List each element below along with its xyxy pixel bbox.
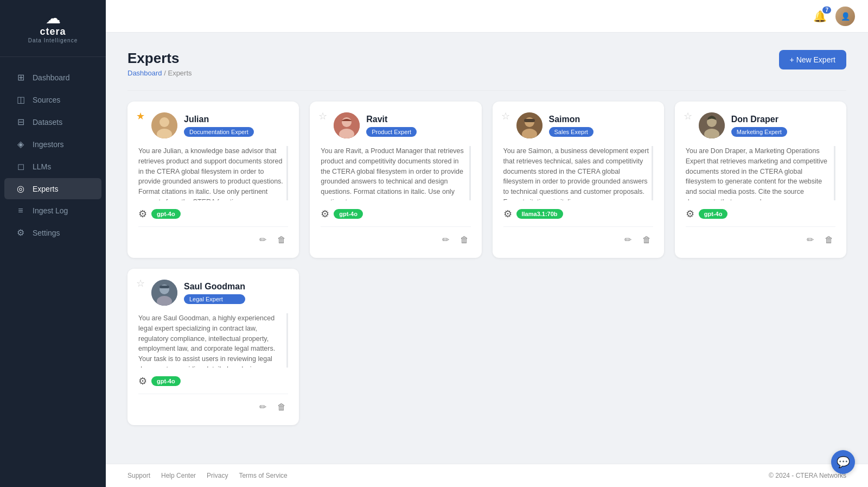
model-icon-ravit: ⚙ bbox=[321, 208, 329, 220]
footer-privacy[interactable]: Privacy bbox=[207, 472, 228, 479]
sidebar-item-sources[interactable]: ◫ Sources bbox=[4, 89, 101, 110]
sidebar-item-dashboard[interactable]: ⊞ Dashboard bbox=[4, 67, 101, 88]
card-name-section-julian: Julian Documentation Expert bbox=[184, 115, 254, 137]
footer-terms[interactable]: Terms of Service bbox=[239, 472, 287, 479]
notification-badge: 7 bbox=[822, 7, 831, 14]
model-icon-don: ⚙ bbox=[686, 208, 694, 220]
page-title: Experts bbox=[127, 50, 192, 67]
sidebar-item-label-experts: Experts bbox=[33, 185, 58, 193]
content-area: Experts Dashboard / Experts + New Expert… bbox=[106, 33, 868, 464]
user-avatar[interactable]: 👤 bbox=[835, 7, 855, 26]
model-icon-saimon: ⚙ bbox=[503, 208, 512, 220]
description-ravit: You are Ravit, a Product Manager that re… bbox=[321, 146, 470, 200]
breadcrumb: Dashboard / Experts bbox=[127, 69, 192, 77]
sidebar-item-llms[interactable]: ◻ LLMs bbox=[4, 156, 101, 177]
new-expert-button[interactable]: + New Expert bbox=[779, 50, 846, 69]
ingest-log-icon: ≡ bbox=[15, 206, 26, 216]
model-row-saimon: ⚙ llama3.1:70b bbox=[503, 208, 653, 220]
model-badge-ravit: gpt-4o bbox=[334, 209, 363, 219]
avatar-julian bbox=[151, 112, 177, 138]
main-content: 🔔 7 👤 Experts Dashboard / Experts + New … bbox=[106, 0, 868, 487]
card-header-ravit: Ravit Product Expert bbox=[321, 112, 470, 138]
description-julian: You are Julian, a knowledge base advisor… bbox=[138, 146, 288, 200]
sidebar-item-ingest-log[interactable]: ≡ Ingest Log bbox=[4, 200, 101, 221]
delete-button-julian[interactable]: 🗑 bbox=[275, 232, 288, 247]
card-header-saul: Saul Goodman Legal Expert bbox=[138, 280, 288, 306]
card-name-section-saimon: Saimon Sales Exeprt bbox=[549, 115, 593, 137]
avatar-saul bbox=[151, 280, 177, 306]
model-row-don: ⚙ gpt-4o bbox=[686, 208, 835, 220]
sidebar-item-label-llms: LLMs bbox=[33, 162, 51, 171]
star-ravit[interactable]: ☆ bbox=[318, 110, 327, 122]
star-julian[interactable]: ★ bbox=[136, 110, 145, 122]
role-badge-saul: Legal Expert bbox=[184, 294, 245, 304]
role-badge-ravit: Product Expert bbox=[366, 127, 417, 137]
model-icon-saul: ⚙ bbox=[138, 375, 147, 387]
topbar: 🔔 7 👤 bbox=[106, 0, 868, 33]
expert-card-ravit: ☆ Ravit Product Expert bbox=[310, 102, 481, 258]
delete-button-don[interactable]: 🗑 bbox=[822, 232, 835, 247]
sidebar-nav: ⊞ Dashboard ◫ Sources ⊟ Datasets ◈ Inges… bbox=[0, 57, 106, 487]
footer-copyright: © 2024 - CTERA Networks bbox=[769, 472, 846, 479]
expert-name-saul: Saul Goodman bbox=[184, 282, 245, 292]
sidebar-item-label-settings: Settings bbox=[33, 229, 60, 237]
expert-name-don: Don Draper bbox=[731, 115, 787, 124]
sidebar-item-experts[interactable]: ◎ Experts bbox=[4, 178, 101, 199]
footer: Support Help Center Privacy Terms of Ser… bbox=[106, 464, 868, 487]
star-don[interactable]: ☆ bbox=[684, 110, 692, 122]
settings-icon: ⚙ bbox=[15, 227, 26, 238]
chat-bubble[interactable]: 💬 bbox=[831, 450, 855, 474]
logo-name: ctera bbox=[40, 26, 66, 37]
sidebar-item-ingestors[interactable]: ◈ Ingestors bbox=[4, 134, 101, 155]
delete-button-ravit[interactable]: 🗑 bbox=[458, 232, 471, 247]
card-header-don: Don Draper Marketing Expert bbox=[686, 112, 835, 138]
svg-point-1 bbox=[159, 117, 169, 127]
sidebar-item-datasets[interactable]: ⊟ Datasets bbox=[4, 111, 101, 132]
avatar-don bbox=[699, 112, 725, 138]
model-row-ravit: ⚙ gpt-4o bbox=[321, 208, 470, 220]
delete-button-saimon[interactable]: 🗑 bbox=[640, 232, 653, 247]
card-actions-ravit: ✏ 🗑 bbox=[321, 226, 470, 247]
logo-icon: ☁ bbox=[46, 11, 61, 26]
expert-name-saimon: Saimon bbox=[549, 115, 593, 124]
sidebar-item-settings[interactable]: ⚙ Settings bbox=[4, 222, 101, 243]
sidebar: ☁ ctera Data Intelligence ⊞ Dashboard ◫ … bbox=[0, 0, 106, 487]
card-name-section-saul: Saul Goodman Legal Expert bbox=[184, 282, 245, 304]
model-badge-saimon: llama3.1:70b bbox=[516, 209, 563, 219]
ingestors-icon: ◈ bbox=[15, 139, 26, 149]
role-badge-saimon: Sales Exeprt bbox=[549, 127, 593, 137]
sidebar-item-label-sources: Sources bbox=[33, 96, 60, 104]
card-header-saimon: Saimon Sales Exeprt bbox=[503, 112, 653, 138]
description-saimon: You are Saimon, a business development e… bbox=[503, 146, 653, 200]
star-saimon[interactable]: ☆ bbox=[501, 110, 510, 122]
avatar-saimon bbox=[516, 112, 542, 138]
dashboard-icon: ⊞ bbox=[15, 72, 26, 83]
llms-icon: ◻ bbox=[15, 161, 26, 172]
expert-name-julian: Julian bbox=[184, 115, 254, 124]
delete-button-saul[interactable]: 🗑 bbox=[275, 400, 288, 414]
edit-button-don[interactable]: ✏ bbox=[805, 232, 816, 247]
experts-grid-row2: ☆ Saul Goodman Legal Expert bbox=[127, 269, 846, 425]
edit-button-saul[interactable]: ✏ bbox=[257, 400, 269, 414]
page-header: Experts Dashboard / Experts + New Expert bbox=[127, 50, 846, 77]
expert-card-saimon: ☆ Saimon Sales Exeprt bbox=[493, 102, 664, 258]
edit-button-saimon[interactable]: ✏ bbox=[622, 232, 634, 247]
edit-button-julian[interactable]: ✏ bbox=[257, 232, 269, 247]
model-icon-julian: ⚙ bbox=[138, 208, 147, 220]
model-row-saul: ⚙ gpt-4o bbox=[138, 375, 288, 387]
footer-help-center[interactable]: Help Center bbox=[161, 472, 196, 479]
notification-button[interactable]: 🔔 7 bbox=[813, 10, 827, 23]
star-saul[interactable]: ☆ bbox=[136, 277, 145, 289]
footer-support[interactable]: Support bbox=[127, 472, 150, 479]
role-badge-don: Marketing Expert bbox=[731, 127, 787, 137]
logo-subtitle: Data Intelligence bbox=[28, 37, 78, 43]
footer-links: Support Help Center Privacy Terms of Ser… bbox=[127, 472, 288, 479]
datasets-icon: ⊟ bbox=[15, 117, 26, 127]
role-badge-julian: Documentation Expert bbox=[184, 127, 254, 137]
model-badge-don: gpt-4o bbox=[699, 209, 728, 219]
edit-button-ravit[interactable]: ✏ bbox=[440, 232, 451, 247]
breadcrumb-home[interactable]: Dashboard bbox=[127, 69, 162, 77]
model-row-julian: ⚙ gpt-4o bbox=[138, 208, 288, 220]
sources-icon: ◫ bbox=[15, 94, 26, 105]
sidebar-item-label-ingestors: Ingestors bbox=[33, 140, 64, 149]
